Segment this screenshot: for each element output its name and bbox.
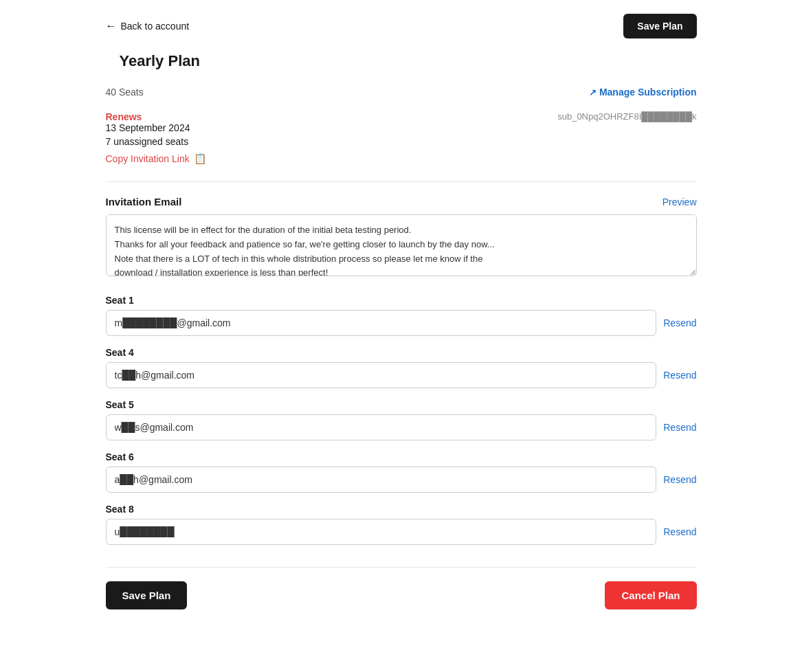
seat-email-input[interactable] — [106, 467, 657, 493]
back-to-account-link[interactable]: ← Back to account — [106, 20, 190, 32]
invitation-email-label: Invitation Email — [106, 196, 182, 208]
seat-label: Seat 8 — [106, 504, 697, 515]
seat-email-input[interactable] — [106, 414, 657, 440]
save-plan-button-bottom[interactable]: Save Plan — [106, 581, 188, 609]
preview-link[interactable]: Preview — [662, 197, 697, 208]
page-title: Yearly Plan — [106, 52, 697, 70]
save-plan-button-top[interactable]: Save Plan — [623, 14, 696, 38]
seat-input-row: Resend — [106, 362, 697, 388]
seat-email-input[interactable] — [106, 362, 657, 388]
top-bar: ← Back to account Save Plan — [106, 0, 697, 52]
seat-email-input[interactable] — [106, 519, 657, 545]
seat-label: Seat 1 — [106, 295, 697, 306]
seat-item: Seat 5Resend — [106, 399, 697, 440]
seat-input-row: Resend — [106, 467, 697, 493]
subscription-id: sub_0Npq2OHRZF8I████████k — [557, 111, 696, 122]
manage-subscription-link[interactable]: ↗ Manage Subscription — [589, 87, 697, 98]
seat-input-row: Resend — [106, 310, 697, 336]
renews-label: Renews — [106, 111, 207, 122]
back-arrow-icon: ← — [106, 20, 117, 32]
seat-item: Seat 1Resend — [106, 295, 697, 336]
invitation-email-section: Invitation Email Preview This license wi… — [106, 196, 697, 278]
seat-item: Seat 8Resend — [106, 504, 697, 545]
copy-invite-label: Copy Invitation Link — [106, 153, 190, 164]
renew-date: 13 September 2024 — [106, 122, 207, 133]
seat-email-input[interactable] — [106, 310, 657, 336]
seat-label: Seat 4 — [106, 347, 697, 358]
seats-section: Seat 1ResendSeat 4ResendSeat 5ResendSeat… — [106, 295, 697, 545]
section-divider — [106, 181, 697, 182]
resend-link[interactable]: Resend — [663, 370, 696, 381]
seat-input-row: Resend — [106, 519, 697, 545]
invitation-email-header: Invitation Email Preview — [106, 196, 697, 208]
bottom-divider — [106, 567, 697, 568]
seat-label: Seat 6 — [106, 451, 697, 462]
invitation-email-textarea[interactable]: This license will be in effect for the d… — [106, 214, 697, 276]
seat-item: Seat 4Resend — [106, 347, 697, 388]
seats-count: 40 Seats — [106, 87, 144, 98]
copy-invitation-link[interactable]: Copy Invitation Link 📋 — [106, 153, 207, 165]
clipboard-icon: 📋 — [194, 153, 207, 165]
seat-item: Seat 6Resend — [106, 451, 697, 493]
resend-link[interactable]: Resend — [663, 474, 696, 485]
seat-label: Seat 5 — [106, 399, 697, 410]
manage-sub-label: Manage Subscription — [599, 87, 697, 98]
resend-link[interactable]: Resend — [663, 317, 696, 328]
external-link-icon: ↗ — [589, 87, 597, 98]
seat-input-row: Resend — [106, 414, 697, 440]
plan-info-section: 40 Seats ↗ Manage Subscription Renews 13… — [106, 87, 697, 165]
unassigned-seats: 7 unassigned seats — [106, 136, 207, 147]
bottom-actions: Save Plan Cancel Plan — [106, 581, 697, 637]
resend-link[interactable]: Resend — [663, 526, 696, 537]
back-link-label: Back to account — [121, 21, 190, 32]
resend-link[interactable]: Resend — [663, 422, 696, 433]
cancel-plan-button[interactable]: Cancel Plan — [605, 581, 696, 609]
